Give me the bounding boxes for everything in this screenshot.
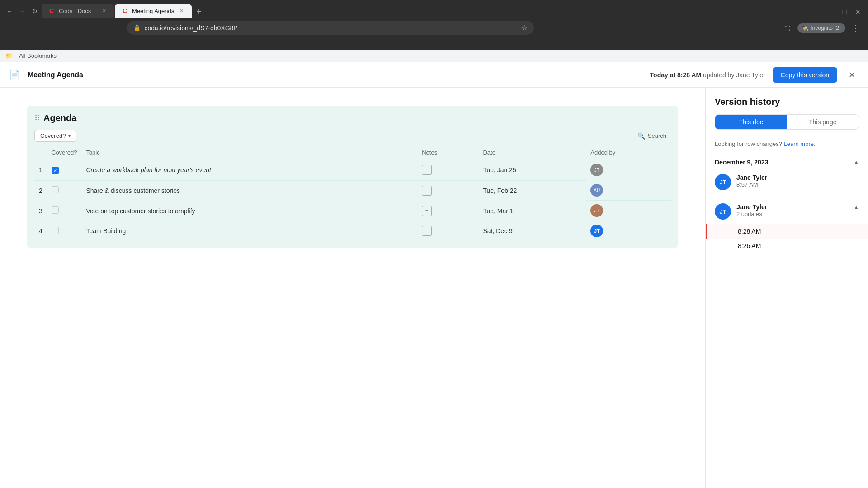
notes-cell[interactable]: ≡: [417, 160, 478, 181]
version-collapse-chevron: ▲: [854, 159, 859, 165]
browser-actions: ⬚ 🕵 Incognito (2) ⋮: [780, 21, 863, 35]
col-covered: Covered?: [47, 146, 81, 160]
notes-cell[interactable]: ≡: [417, 221, 478, 241]
reload-button[interactable]: ↻: [29, 5, 41, 17]
search-icon: 🔍: [637, 132, 645, 140]
notes-icon[interactable]: ≡: [422, 206, 432, 216]
document-title: Meeting Agenda: [28, 71, 643, 79]
agenda-table: Covered? Topic Notes Date Added by 1✓Cre…: [34, 146, 671, 241]
notes-cell[interactable]: ≡: [417, 201, 478, 221]
table-row[interactable]: 2Share & discuss customer stories≡Tue, F…: [34, 180, 671, 201]
tab-agenda-close[interactable]: ✕: [178, 7, 185, 14]
covered-checkbox[interactable]: ✓: [47, 160, 81, 181]
browser-chrome: ← → ↻ C Coda | Docs ✕ C Meeting Agenda ✕…: [0, 0, 868, 50]
checkbox-4[interactable]: [52, 227, 59, 234]
covered-checkbox[interactable]: [47, 201, 81, 221]
checkbox-1[interactable]: ✓: [52, 167, 59, 174]
drag-handle-icon[interactable]: ⠿: [34, 114, 40, 122]
notes-icon[interactable]: ≡: [422, 186, 432, 196]
copy-version-button[interactable]: Copy this version: [773, 67, 837, 83]
version-sub-2: 2 updates: [736, 211, 848, 217]
cast-button[interactable]: ⬚: [780, 21, 794, 35]
version-entry-1[interactable]: JT Jane Tyler 8:57 AM: [706, 169, 868, 195]
filter-label: Covered?: [40, 132, 66, 139]
version-sub-entry-828[interactable]: 8:28 AM: [706, 224, 868, 239]
close-panel-button[interactable]: ✕: [844, 68, 859, 82]
date-cell: Tue, Jan 25: [478, 160, 586, 181]
col-added-by: Added by: [586, 146, 671, 160]
checkbox-3[interactable]: [52, 206, 59, 214]
row-number: 3: [34, 201, 47, 221]
avatar-cell: JT: [586, 221, 671, 241]
table-row[interactable]: 3Vote on top customer stories to amplify…: [34, 201, 671, 221]
incognito-label: Incognito (2): [811, 25, 841, 31]
user-avatar: JT: [590, 225, 603, 237]
back-button[interactable]: ←: [4, 5, 15, 17]
topic-cell: Team Building: [81, 221, 417, 241]
address-bar[interactable]: 🔒 coda.io/revisions/_dS7-eb0XG8P ☆: [127, 21, 534, 35]
tab-coda-close[interactable]: ✕: [100, 7, 108, 14]
version-date-header[interactable]: December 9, 2023 ▲: [706, 153, 868, 169]
search-button[interactable]: 🔍 Search: [633, 130, 671, 142]
all-bookmarks-button[interactable]: All Bookmarks: [15, 51, 60, 61]
forward-button[interactable]: →: [16, 5, 28, 17]
menu-button[interactable]: ⋮: [849, 21, 863, 35]
maximize-button[interactable]: □: [838, 5, 851, 18]
tab-agenda-icon: C: [121, 7, 128, 14]
date-cell: Sat, Dec 9: [478, 221, 586, 241]
top-bar: 📄 Meeting Agenda Today at 8:28 AM update…: [0, 62, 868, 88]
sidebar-title: Version history: [715, 97, 859, 107]
notes-icon[interactable]: ≡: [422, 165, 432, 175]
version-entry-2[interactable]: JT Jane Tyler 2 updates ▲: [706, 199, 868, 224]
close-button[interactable]: ✕: [852, 5, 864, 18]
user-avatar: AU: [590, 184, 603, 197]
bookmarks-bar: 📁 All Bookmarks: [0, 50, 868, 62]
minimize-button[interactable]: −: [825, 5, 837, 18]
row-number: 4: [34, 221, 47, 241]
avatar-cell: AU: [586, 180, 671, 201]
bookmark-icon[interactable]: ☆: [521, 23, 528, 32]
topic-cell: Share & discuss customer stories: [81, 180, 417, 201]
tab-meeting-agenda[interactable]: C Meeting Agenda ✕: [115, 4, 192, 18]
new-tab-button[interactable]: +: [193, 5, 205, 18]
document-icon: 📄: [9, 70, 20, 80]
covered-filter-button[interactable]: Covered? ▾: [34, 130, 76, 142]
bookmarks-icon: 📁: [5, 52, 13, 59]
topic-cell: Vote on top customer stories to amplify: [81, 201, 417, 221]
date-cell: Tue, Feb 22: [478, 180, 586, 201]
table-header-row: Covered? Topic Notes Date Added by: [34, 146, 671, 160]
tab-coda-icon: C: [48, 7, 55, 14]
notes-icon[interactable]: ≡: [422, 226, 432, 236]
table-row[interactable]: 4Team Building≡Sat, Dec 9JT: [34, 221, 671, 241]
sidebar-info-text: Looking for row changes?: [715, 141, 782, 147]
search-label: Search: [648, 132, 666, 139]
agenda-title: ⠿ Agenda: [34, 113, 671, 123]
version-name-2: Jane Tyler: [736, 203, 848, 211]
update-info: Today at 8:28 AM updated by Jane Tyler: [650, 71, 765, 79]
table-row[interactable]: 1✓Create a workback plan for next year's…: [34, 160, 671, 181]
version-time-828: 8:28 AM: [738, 228, 761, 235]
update-by: updated by Jane Tyler: [703, 71, 765, 79]
tab-coda-title: Coda | Docs: [59, 8, 97, 14]
checkbox-2[interactable]: [52, 186, 59, 193]
version-date-label: December 9, 2023: [715, 159, 768, 166]
tab-this-page[interactable]: This page: [787, 115, 859, 129]
version-info-2: Jane Tyler 2 updates: [736, 203, 848, 217]
version-expand-icon[interactable]: ▲: [854, 203, 859, 211]
date-cell: Tue, Mar 1: [478, 201, 586, 221]
tab-coda-docs[interactable]: C Coda | Docs ✕: [42, 4, 114, 18]
covered-checkbox[interactable]: [47, 180, 81, 201]
tab-this-doc[interactable]: This doc: [715, 115, 787, 129]
incognito-badge[interactable]: 🕵 Incognito (2): [797, 23, 845, 33]
version-sub-entry-826[interactable]: 8:26 AM: [706, 239, 868, 253]
version-info-1: Jane Tyler 8:57 AM: [736, 174, 859, 188]
notes-cell[interactable]: ≡: [417, 180, 478, 201]
sidebar-info: Looking for row changes? Learn more.: [706, 135, 868, 153]
url-display: coda.io/revisions/_dS7-eb0XG8P: [144, 24, 518, 32]
topic-cell: Create a workback plan for next year's e…: [81, 160, 417, 181]
learn-more-link[interactable]: Learn more.: [784, 141, 816, 147]
covered-checkbox[interactable]: [47, 221, 81, 241]
omnibox-bar: 🔒 coda.io/revisions/_dS7-eb0XG8P ☆ ⬚ 🕵 I…: [0, 18, 868, 38]
incognito-icon: 🕵: [802, 25, 809, 31]
filter-chevron-icon: ▾: [68, 133, 71, 138]
